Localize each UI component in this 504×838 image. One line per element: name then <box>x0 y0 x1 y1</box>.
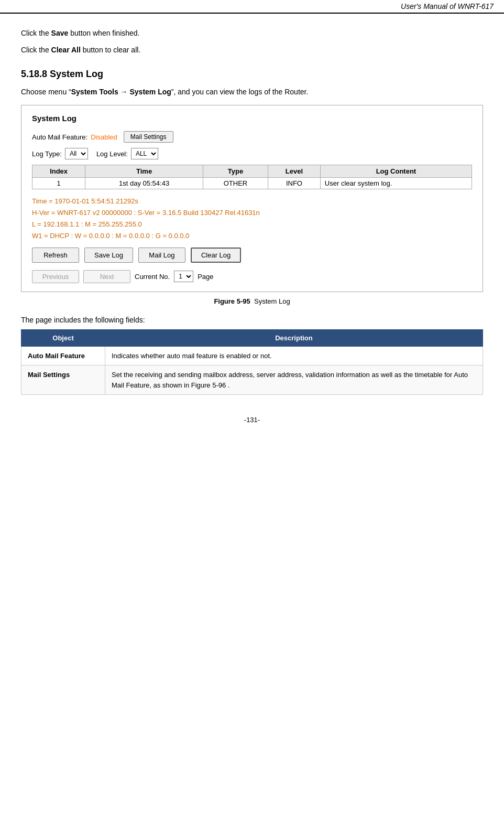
log-time: 1st day 05:54:43 <box>85 178 203 189</box>
current-no-select[interactable]: 1 <box>174 271 193 282</box>
col-level: Level <box>268 165 321 178</box>
col-log-content: Log Content <box>320 165 472 178</box>
auto-mail-status: Disabled <box>91 133 117 141</box>
previous-button[interactable]: Previous <box>32 270 79 283</box>
mail-log-button[interactable]: Mail Log <box>138 248 185 263</box>
syslog-info: Time = 1970-01-01 5:54:51 21292sH-Ver = … <box>32 196 472 242</box>
col-index: Index <box>32 165 85 178</box>
save-log-button[interactable]: Save Log <box>84 248 133 263</box>
field-object: Auto Mail Feature <box>21 346 105 366</box>
log-index: 1 <box>32 178 85 189</box>
field-description: Indicates whether auto mail feature is e… <box>105 346 483 366</box>
system-log-box: System Log Auto Mail Feature: Disabled M… <box>21 105 483 292</box>
refresh-button[interactable]: Refresh <box>32 248 79 263</box>
col-time: Time <box>85 165 203 178</box>
page-header: User's Manual of WNRT-617 <box>0 0 504 14</box>
log-level: INFO <box>268 178 321 189</box>
intro-line-2: Click the Clear All button to clear all. <box>21 44 483 56</box>
syslog-info-line: H-Ver = WNRT-617 v2 00000000 : S-Ver = 3… <box>32 207 472 219</box>
log-level-label: Log Level: <box>96 150 128 158</box>
syslog-pagination: Previous Next Current No. 1 Page <box>32 270 472 283</box>
header-title: User's Manual of WNRT-617 <box>401 2 494 10</box>
log-content: User clear system log. <box>320 178 472 189</box>
syslog-info-line: W1 = DHCP : W = 0.0.0.0 : M = 0.0.0.0 : … <box>32 230 472 242</box>
fields-description: The page includes the following fields: <box>21 316 483 324</box>
field-object: Mail Settings <box>21 366 105 395</box>
next-button[interactable]: Next <box>83 270 130 283</box>
fields-col-object: Object <box>21 329 105 346</box>
log-type: OTHER <box>203 178 268 189</box>
log-type-select[interactable]: All <box>65 148 88 159</box>
auto-mail-row: Auto Mail Feature: Disabled Mail Setting… <box>32 131 472 143</box>
log-table: Index Time Type Level Log Content 1 1st … <box>32 165 472 189</box>
section-description: Choose menu “System Tools → System Log”,… <box>21 86 483 98</box>
mail-settings-button[interactable]: Mail Settings <box>124 131 173 143</box>
syslog-action-buttons: Refresh Save Log Mail Log Clear Log <box>32 248 472 263</box>
log-type-level-row: Log Type: All Log Level: ALL <box>32 148 472 159</box>
syslog-info-line: L = 192.168.1.1 : M = 255.255.255.0 <box>32 219 472 230</box>
fields-col-description: Description <box>105 329 483 346</box>
figure-caption: Figure 5-95 System Log <box>21 297 483 305</box>
auto-mail-label: Auto Mail Feature: <box>32 133 87 141</box>
syslog-info-line: Time = 1970-01-01 5:54:51 21292s <box>32 196 472 207</box>
intro-line-1: Click the Save button when finished. <box>21 27 483 39</box>
log-level-select[interactable]: ALL <box>131 148 158 159</box>
syslog-box-title: System Log <box>32 114 472 123</box>
page-label: Page <box>198 273 213 281</box>
log-type-label: Log Type: <box>32 150 62 158</box>
log-table-row: 1 1st day 05:54:43 OTHER INFO User clear… <box>32 178 472 189</box>
fields-table: Object Description Auto Mail Feature Ind… <box>21 329 483 395</box>
fields-table-row: Mail Settings Set the receiving and send… <box>21 366 483 395</box>
field-description: Set the receiving and sending mailbox ad… <box>105 366 483 395</box>
clear-log-button[interactable]: Clear Log <box>191 248 241 263</box>
section-title: 5.18.8 System Log <box>21 69 483 80</box>
col-type: Type <box>203 165 268 178</box>
current-no-label: Current No. <box>135 273 170 281</box>
fields-table-row: Auto Mail Feature Indicates whether auto… <box>21 346 483 366</box>
page-number: -131- <box>21 416 483 424</box>
